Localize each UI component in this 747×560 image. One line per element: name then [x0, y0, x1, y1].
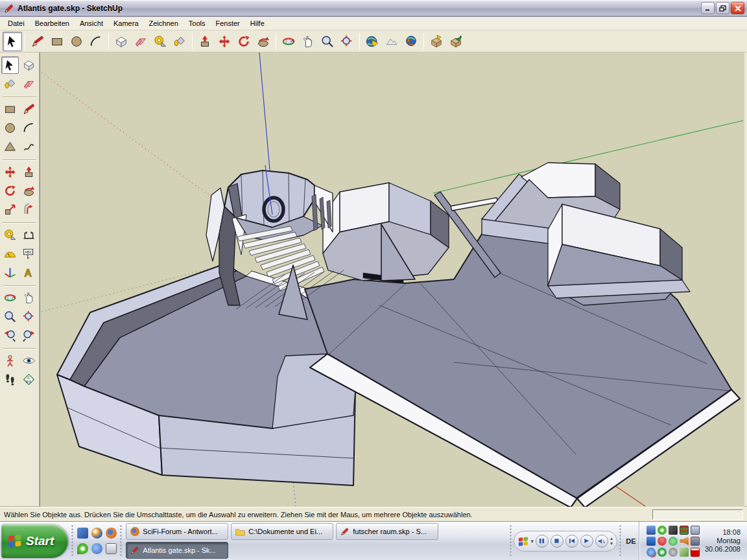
tray-globe-error-icon[interactable]: [646, 548, 656, 557]
freehand-tool-button[interactable]: [20, 138, 38, 156]
share-models-tool-button[interactable]: [446, 32, 466, 51]
tray-security-alert-shield-icon[interactable]: [658, 537, 667, 546]
tape-measure-tool-button[interactable]: [1, 226, 19, 244]
ge-view-tool-button[interactable]: [362, 32, 382, 51]
rotate-tool-button[interactable]: [234, 32, 254, 51]
orbit-tool-button[interactable]: [279, 32, 298, 51]
rotate-tool-button[interactable]: [1, 182, 19, 200]
toggle-terrain-tool-button[interactable]: [382, 32, 401, 51]
3d-text-tool-button[interactable]: A: [20, 264, 38, 281]
menu-item-fenster[interactable]: Fenster: [210, 18, 244, 29]
eraser-tool-button[interactable]: [20, 75, 38, 93]
rectangle-tool-button[interactable]: [1, 100, 19, 118]
follow-me-tool-button[interactable]: [20, 182, 38, 200]
tray-scheduler-icon[interactable]: [669, 548, 678, 557]
taskbar-task-button[interactable]: SciFi-Forum - Antwort...: [126, 523, 228, 540]
position-camera-tool-button[interactable]: [1, 352, 19, 369]
start-button[interactable]: Start: [1, 524, 68, 558]
minimize-button[interactable]: [701, 2, 715, 14]
line-tool-button[interactable]: [28, 32, 47, 51]
offset-tool-button[interactable]: [20, 201, 38, 218]
axes-tool-button[interactable]: [1, 264, 19, 281]
wmp-pause-button[interactable]: [536, 535, 549, 548]
titlebar[interactable]: Atlantis gate.skp - SketchUp: [0, 0, 747, 17]
menu-item-ansicht[interactable]: Ansicht: [75, 18, 108, 29]
select-tool-button[interactable]: [3, 32, 22, 51]
tray-update-check-icon[interactable]: [669, 537, 678, 546]
walk-tool-button[interactable]: [1, 371, 19, 388]
menu-item-zeichnen[interactable]: Zeichnen: [144, 18, 184, 29]
scale-tool-button[interactable]: [1, 201, 19, 218]
quicklaunch-icq-icon[interactable]: [77, 543, 88, 554]
tray-icq-clover-icon[interactable]: [658, 526, 667, 535]
menu-item-tools[interactable]: Tools: [184, 18, 211, 29]
make-component-tool-button[interactable]: [20, 56, 38, 74]
pan-tool-button[interactable]: [298, 32, 318, 51]
tape-measure-tool-button[interactable]: [150, 32, 170, 51]
arc-tool-button[interactable]: [86, 32, 106, 51]
place-model-tool-button[interactable]: [401, 32, 421, 51]
tray-daemon-tools-icon[interactable]: [669, 526, 678, 535]
taskbar-task-button[interactable]: C:\Dokumente und Ei...: [231, 523, 333, 540]
tray-volume-speaker-icon[interactable]: [680, 537, 689, 546]
circle-tool-button[interactable]: [1, 119, 19, 137]
look-around-tool-button[interactable]: [20, 352, 38, 369]
protractor-tool-button[interactable]: [1, 245, 19, 262]
previous-view-tool-button[interactable]: [1, 327, 19, 344]
quicklaunch-show-desktop-icon[interactable]: [106, 543, 117, 554]
quicklaunch-ie-icon[interactable]: [91, 543, 102, 554]
wmp-volume-button[interactable]: [595, 535, 608, 548]
polygon-tool-button[interactable]: [1, 138, 19, 156]
circle-tool-button[interactable]: [67, 32, 86, 51]
paint-bucket-tool-button[interactable]: [170, 32, 189, 51]
menu-item-datei[interactable]: Datei: [3, 18, 30, 29]
wmp-stop-button[interactable]: [551, 535, 563, 548]
tray-security-lock-icon[interactable]: [646, 526, 656, 535]
paint-bucket-tool-button[interactable]: [1, 75, 19, 93]
rectangle-tool-button[interactable]: [47, 32, 67, 51]
follow-me-tool-button[interactable]: [254, 32, 273, 51]
line-tool-button[interactable]: [20, 100, 38, 118]
zoom-extents-tool-button[interactable]: [20, 308, 38, 325]
wmp-resize-icon[interactable]: ▴▾: [610, 536, 613, 546]
wmp-previous-button[interactable]: [565, 535, 578, 548]
tasks-handle[interactable]: [119, 524, 123, 557]
next-view-tool-button[interactable]: [20, 327, 38, 344]
zoom-extents-tool-button[interactable]: [337, 32, 357, 51]
zoom-tool-button[interactable]: [1, 308, 19, 325]
language-indicator[interactable]: DE: [623, 535, 639, 547]
move-tool-button[interactable]: [215, 32, 234, 51]
wmp-handle[interactable]: [509, 524, 512, 557]
get-models-tool-button[interactable]: [427, 32, 446, 51]
menu-item-kamera[interactable]: Kamera: [108, 18, 144, 29]
menu-item-bearbeiten[interactable]: Bearbeiten: [30, 18, 75, 29]
make-component-tool-button[interactable]: [112, 32, 131, 51]
tray-network-disconnected-icon[interactable]: [691, 537, 700, 546]
tray-wireless-signal-icon[interactable]: [691, 526, 700, 535]
taskbar-task-active[interactable]: Atlantis gate.skp - Sk...: [126, 542, 228, 559]
quicklaunch-firefox-icon[interactable]: [106, 528, 117, 539]
restore-button[interactable]: [716, 2, 729, 14]
section-plane-tool-button[interactable]: CR-5: [20, 371, 38, 388]
push-pull-tool-button[interactable]: [20, 163, 38, 181]
tray-network-meter-icon[interactable]: [680, 526, 689, 535]
arc-tool-button[interactable]: [20, 119, 38, 137]
tray-avira-umbrella-icon[interactable]: [691, 548, 700, 557]
eraser-tool-button[interactable]: [131, 32, 150, 51]
orbit-tool-button[interactable]: [1, 289, 19, 307]
wmp-play-button[interactable]: [580, 535, 593, 548]
move-tool-button[interactable]: [1, 163, 19, 181]
zoom-tool-button[interactable]: [318, 32, 337, 51]
measurement-box[interactable]: [652, 509, 743, 520]
lang-handle[interactable]: [619, 524, 622, 557]
tray-remote-desktop-icon[interactable]: [646, 537, 656, 546]
select-tool-button[interactable]: [1, 56, 19, 74]
close-button[interactable]: [731, 2, 744, 14]
dimension-tool-button[interactable]: [20, 226, 38, 244]
tray-sync-leaf-icon[interactable]: [680, 548, 689, 557]
taskbar-task-button[interactable]: futscher raum.skp - S...: [336, 523, 438, 540]
pan-tool-button[interactable]: [20, 289, 38, 307]
quicklaunch-handle[interactable]: [71, 524, 74, 557]
3d-viewport[interactable]: [40, 52, 744, 507]
quicklaunch-wmp-icon[interactable]: [91, 528, 102, 539]
